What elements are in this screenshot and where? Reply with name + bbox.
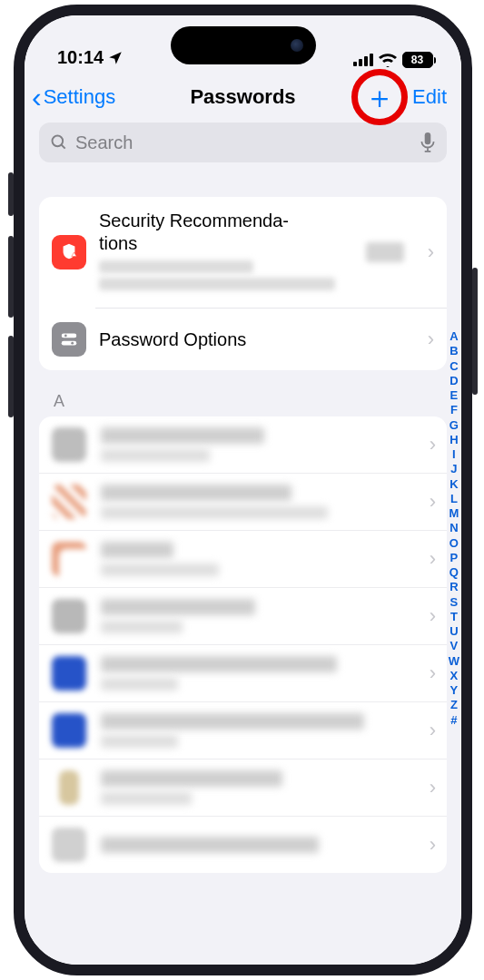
svg-line-5 xyxy=(62,145,65,149)
battery-text: 83 xyxy=(411,54,423,66)
index-letter[interactable]: W xyxy=(449,654,459,669)
svg-point-10 xyxy=(71,342,74,345)
password-row[interactable]: › xyxy=(39,530,447,587)
chevron-left-icon: ‹ xyxy=(32,83,42,112)
index-letter[interactable]: K xyxy=(449,477,459,492)
password-row-text xyxy=(101,770,410,805)
svg-rect-7 xyxy=(62,334,77,338)
mic-icon[interactable] xyxy=(420,132,436,152)
index-letter[interactable]: U xyxy=(449,624,459,639)
index-letter[interactable]: P xyxy=(449,551,459,565)
search-field[interactable] xyxy=(39,122,447,162)
index-letter[interactable]: X xyxy=(449,669,459,683)
svg-rect-9 xyxy=(62,341,77,346)
security-icon xyxy=(52,235,86,270)
alpha-index[interactable]: ABCDEFGHIJKLMNOPQRSTUVWXYZ# xyxy=(449,329,459,728)
site-favicon xyxy=(52,485,86,519)
wifi-icon xyxy=(379,54,397,67)
battery-icon: 83 xyxy=(402,52,437,68)
index-letter[interactable]: E xyxy=(449,388,459,403)
svg-point-8 xyxy=(64,335,67,338)
chevron-right-icon: › xyxy=(430,833,436,857)
password-row-text xyxy=(101,837,410,853)
time-text: 10:14 xyxy=(57,47,104,68)
password-row[interactable]: › xyxy=(39,816,447,873)
index-letter[interactable]: F xyxy=(449,403,459,417)
svg-point-4 xyxy=(53,136,64,147)
index-letter[interactable]: T xyxy=(449,610,459,624)
location-icon xyxy=(107,50,123,66)
password-options-row[interactable]: Password Options › xyxy=(39,309,447,370)
nav-bar: ‹ Settings Passwords ＋ Edit xyxy=(25,70,461,119)
site-favicon xyxy=(52,656,86,691)
index-letter[interactable]: J xyxy=(449,462,459,476)
index-letter[interactable]: B xyxy=(449,344,459,358)
index-letter[interactable]: D xyxy=(449,374,459,388)
password-row-text xyxy=(101,656,410,691)
index-letter[interactable]: O xyxy=(449,536,459,551)
svg-rect-1 xyxy=(359,59,362,66)
index-letter[interactable]: L xyxy=(449,492,459,506)
options-icon xyxy=(52,322,86,357)
cellular-icon xyxy=(353,54,373,66)
status-time: 10:14 xyxy=(57,47,123,68)
password-row-text xyxy=(101,485,410,519)
options-title: Password Options xyxy=(99,328,410,351)
search-input[interactable] xyxy=(75,132,412,153)
chevron-right-icon: › xyxy=(428,240,434,264)
index-letter[interactable]: Q xyxy=(449,565,459,580)
plus-icon: ＋ xyxy=(364,82,395,113)
power-button[interactable] xyxy=(472,268,478,395)
index-letter[interactable]: S xyxy=(449,595,459,610)
site-favicon xyxy=(52,828,86,862)
back-label: Settings xyxy=(44,85,116,109)
index-letter[interactable]: C xyxy=(449,359,459,374)
index-letter[interactable]: Z xyxy=(449,698,459,712)
add-button[interactable]: ＋ xyxy=(363,81,396,113)
back-button[interactable]: ‹ Settings xyxy=(32,83,115,112)
chevron-right-icon: › xyxy=(430,433,436,456)
chevron-right-icon: › xyxy=(430,719,436,742)
chevron-right-icon: › xyxy=(430,547,436,571)
svg-rect-0 xyxy=(353,62,357,66)
password-row[interactable]: › xyxy=(39,701,447,759)
svg-rect-6 xyxy=(425,132,431,144)
password-row-text xyxy=(101,713,410,748)
section-header-a: A xyxy=(25,379,461,416)
password-list: ›››››››› xyxy=(39,416,447,873)
index-letter[interactable]: I xyxy=(449,447,459,462)
chevron-right-icon: › xyxy=(430,490,436,514)
site-favicon xyxy=(59,770,79,805)
index-letter[interactable]: M xyxy=(449,506,459,521)
index-letter[interactable]: G xyxy=(449,418,459,433)
index-letter[interactable]: Y xyxy=(449,683,459,698)
index-letter[interactable]: H xyxy=(449,433,459,447)
site-favicon xyxy=(52,542,86,576)
index-letter[interactable]: A xyxy=(449,329,459,344)
svg-rect-2 xyxy=(364,56,368,66)
index-letter[interactable]: R xyxy=(449,580,459,594)
password-row[interactable]: › xyxy=(39,644,447,701)
svg-rect-3 xyxy=(370,54,373,66)
search-icon xyxy=(50,133,68,152)
security-title: Security Recommenda- tions xyxy=(99,210,353,255)
edit-button[interactable]: Edit xyxy=(412,85,447,109)
index-letter[interactable]: # xyxy=(449,713,459,728)
index-letter[interactable]: V xyxy=(449,639,459,653)
site-favicon xyxy=(52,599,86,633)
password-row[interactable]: › xyxy=(39,416,447,473)
chevron-right-icon: › xyxy=(430,776,436,799)
settings-card: Security Recommenda- tions › xyxy=(39,197,447,370)
security-recommendations-row[interactable]: Security Recommenda- tions › xyxy=(39,197,447,308)
password-row-text xyxy=(101,599,410,633)
password-row[interactable]: › xyxy=(39,473,447,530)
index-letter[interactable]: N xyxy=(449,521,459,535)
password-row[interactable]: › xyxy=(39,587,447,644)
front-camera xyxy=(291,39,303,52)
chevron-right-icon: › xyxy=(428,328,434,351)
password-row[interactable]: › xyxy=(39,759,447,816)
password-row-text xyxy=(101,427,410,462)
security-count xyxy=(366,242,404,262)
site-favicon xyxy=(52,427,86,462)
password-row-text xyxy=(101,542,410,576)
